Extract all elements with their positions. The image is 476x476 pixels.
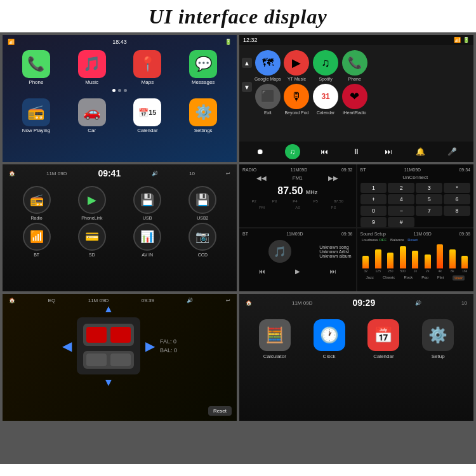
- dial-key-6[interactable]: 6: [444, 194, 470, 204]
- apps-date: 11M 09D: [292, 300, 312, 306]
- eq-up-arrow[interactable]: ▲: [103, 303, 114, 315]
- app-calendar[interactable]: 📅 Calendar: [359, 319, 409, 359]
- preset-pop[interactable]: Pop: [421, 275, 428, 281]
- sound-loudness-row: Loudness OFF Balance Reset: [359, 237, 472, 242]
- dial-key-0[interactable]: 0: [360, 206, 387, 216]
- android-pause-btn[interactable]: ⏸: [348, 144, 364, 159]
- carplay-app-music[interactable]: 🎵 Music: [66, 50, 118, 85]
- eq-bar-16khz-fill: [461, 256, 468, 268]
- eq-home-icon: 🏠: [9, 298, 15, 303]
- music-prev-btn[interactable]: ⏮: [259, 268, 265, 275]
- radio-preset-2[interactable]: P3: [272, 199, 277, 203]
- preset-user[interactable]: User: [453, 275, 465, 281]
- radio-pm-btn[interactable]: PM: [259, 206, 265, 209]
- dial-key-4[interactable]: 4: [388, 194, 414, 204]
- preset-flat[interactable]: Flat: [437, 275, 444, 281]
- music-panel: BT 11M09D 09:36 🎵 Unknown song Unknown A…: [239, 228, 356, 291]
- android-app-googlemaps[interactable]: 🗺 Google Maps: [255, 50, 281, 81]
- carplay-app-messages[interactable]: 💬 Messages: [177, 50, 229, 85]
- main-sd[interactable]: 💳 SD: [65, 223, 118, 257]
- android-app-beyondpod[interactable]: 🎙 Beyond Pod: [284, 84, 310, 115]
- carplay-app-settings[interactable]: ⚙️ Settings: [177, 98, 229, 133]
- app-calculator[interactable]: 🧮 Calculator: [249, 319, 300, 359]
- android-app-ytmusic[interactable]: ▶ YT Music: [284, 50, 310, 81]
- eq-left-arrow[interactable]: ◀: [62, 338, 72, 354]
- preset-rock[interactable]: Rock: [404, 275, 413, 281]
- radio-preset-4[interactable]: P5: [314, 199, 318, 203]
- radio-as-btn[interactable]: AS: [295, 206, 300, 209]
- avin-icon: 📊: [133, 223, 161, 251]
- eq-back-icon: ↩: [226, 298, 230, 303]
- android-app-calendar[interactable]: 31 Calendar: [312, 84, 339, 115]
- radio-ps-btn[interactable]: PS: [331, 206, 336, 209]
- radio-preset-3[interactable]: P4: [293, 199, 297, 203]
- eq-bar-125hz: 125: [375, 249, 381, 273]
- dial-key-8[interactable]: 8: [444, 206, 470, 216]
- music-play-btn[interactable]: ▶: [295, 268, 300, 275]
- eq-bar-2khz: 2k: [425, 255, 431, 273]
- main-usb[interactable]: 💾 USB: [121, 186, 174, 220]
- eq-right-arrow[interactable]: ▶: [145, 338, 155, 354]
- dial-key-hash[interactable]: #: [388, 217, 414, 227]
- preset-jazz[interactable]: Jazz: [366, 275, 374, 281]
- svg-rect-2: [110, 327, 131, 343]
- nowplaying-icon: 📻: [22, 98, 50, 126]
- android-prev-btn[interactable]: ⏮: [317, 144, 332, 159]
- radio-rewind-icon[interactable]: ◀◀: [256, 175, 267, 182]
- app-setup[interactable]: ⚙️ Setup: [413, 319, 463, 359]
- dial-key-5[interactable]: 5: [416, 194, 442, 204]
- dial-key-7[interactable]: 7: [416, 206, 442, 216]
- android-app-iheart[interactable]: ❤ iHeartRadio: [341, 84, 368, 115]
- music-art: 🎵: [268, 240, 291, 263]
- exit-label: Exit: [264, 110, 272, 115]
- dial-key-1[interactable]: 1: [360, 183, 387, 193]
- main-speaker-icon: 🔊: [152, 171, 158, 176]
- android-bell-btn[interactable]: 🔔: [413, 144, 428, 159]
- app-clock[interactable]: 🕐 Clock: [304, 319, 355, 359]
- main-phonelink[interactable]: ▶ PhoneLink: [65, 186, 118, 220]
- main-icons-grid: 📻 Radio ▶ PhoneLink 💾 USB 💾 USB2 📶: [5, 180, 234, 263]
- dial-key-9[interactable]: 9: [360, 217, 387, 227]
- android-record-btn[interactable]: ⏺: [253, 144, 268, 159]
- eq-down-arrow[interactable]: ▼: [103, 377, 114, 388]
- dial-key-plus[interactable]: +: [360, 194, 387, 204]
- android-spotify-btn[interactable]: ♫: [285, 144, 300, 159]
- dial-keypad: 1 2 3 * + 4 5 6 0 − 7 8 9 #: [359, 182, 472, 227]
- dial-header: BT 11M09D 09:34: [359, 166, 472, 173]
- carplay-app-nowplaying[interactable]: 📻 Now Playing: [10, 98, 62, 133]
- carplay-app-calendar[interactable]: 📅15 Calendar: [122, 98, 174, 133]
- dial-key-star[interactable]: *: [444, 183, 470, 193]
- eq-reset-button[interactable]: Reset: [208, 406, 232, 416]
- dial-key-2[interactable]: 2: [388, 183, 414, 193]
- carplay-app-phone[interactable]: 📞 Phone: [10, 50, 62, 85]
- radio-preset-1[interactable]: P2: [252, 199, 256, 203]
- phonelink-icon: ▶: [78, 186, 106, 214]
- android-next-btn[interactable]: ⏭: [381, 144, 396, 159]
- android-app-spotify[interactable]: ♫ Spotify: [312, 50, 339, 81]
- main-avin[interactable]: 📊 AV IN: [121, 223, 174, 257]
- preset-classic[interactable]: Classic: [383, 275, 395, 281]
- phone-label: Phone: [29, 79, 43, 85]
- main-bt[interactable]: 📶 BT: [10, 223, 63, 257]
- dial-key-3[interactable]: 3: [416, 183, 442, 193]
- dial-key-minus[interactable]: −: [388, 206, 414, 216]
- carplay-app-maps[interactable]: 📍 Maps: [122, 50, 174, 85]
- carplay-app-car[interactable]: 🚗 Car: [66, 98, 118, 133]
- carplay-status: 📶 18:43 🔋: [5, 37, 234, 46]
- android-auto-cell: 12:32 📶 🔋 ▲ ▼ 🗺 Google Maps ▶ YT Music: [239, 35, 473, 162]
- android-nav-up[interactable]: ▲: [242, 58, 252, 68]
- main-ccd[interactable]: 📷 CCD: [176, 223, 229, 257]
- iheart-icon: ❤: [342, 84, 367, 109]
- main-usb2[interactable]: 💾 USB2: [176, 186, 229, 220]
- main-radio[interactable]: 📻 Radio: [10, 186, 63, 220]
- android-mic-btn[interactable]: 🎤: [445, 144, 460, 159]
- music-next-btn[interactable]: ⏭: [330, 268, 336, 275]
- eq-date: 11M 09D: [88, 298, 109, 303]
- page-title: UI interface display: [0, 0, 476, 32]
- sound-reset-btn[interactable]: Reset: [407, 238, 418, 242]
- android-app-exit[interactable]: ⬛ Exit: [255, 84, 281, 115]
- android-nav-down[interactable]: ▼: [242, 82, 252, 92]
- android-app-phone[interactable]: 📞 Phone: [341, 50, 368, 81]
- radio-forward-icon[interactable]: ▶▶: [328, 175, 338, 182]
- radio-header: RADIO 11M09D 09:32: [241, 166, 354, 173]
